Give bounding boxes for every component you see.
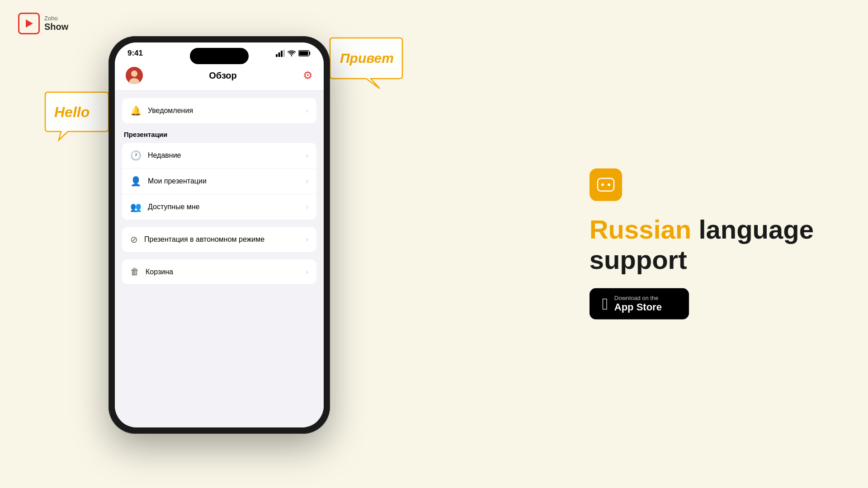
people-icon: 👥	[130, 202, 142, 212]
apple-icon: 	[602, 296, 608, 312]
logo: Zoho Show	[18, 13, 68, 34]
presentations-group: 🕐 Недавние › 👤 Мои презентации ›	[122, 143, 316, 220]
menu-section: 🔔 Уведомления › Презентации 🕐 Недавние	[115, 91, 324, 284]
my-presentations-label: Мои презентации	[148, 177, 207, 185]
trash-icon: 🗑	[130, 267, 139, 277]
trash-label: Корзина	[146, 268, 173, 276]
clock-icon: 🕐	[130, 150, 142, 161]
app-store-button[interactable]:  Download on the App Store	[590, 288, 689, 319]
bubble-hello: Hello	[41, 90, 113, 145]
right-content: Russian language support  Download on t…	[590, 169, 814, 319]
app-store-main-label: App Store	[614, 301, 662, 313]
feature-word2: language	[691, 215, 814, 244]
feature-highlight: Russian	[590, 215, 692, 244]
status-icons	[276, 50, 311, 57]
logo-zoho-label: Zoho	[44, 15, 68, 22]
chevron-right-icon-my: ›	[306, 177, 308, 185]
svg-point-8	[131, 70, 137, 77]
svg-rect-10	[598, 178, 614, 191]
app-store-sub-label: Download on the	[614, 295, 662, 301]
trash-item[interactable]: 🗑 Корзина ›	[122, 259, 316, 284]
svg-rect-2	[278, 52, 280, 57]
logo-show-label: Show	[44, 22, 68, 32]
person-icon: 👤	[130, 176, 142, 187]
logo-text: Zoho Show	[44, 15, 68, 32]
svg-rect-6	[299, 52, 308, 56]
phone-outer: 9:41	[108, 36, 330, 434]
trash-left: 🗑 Корзина	[130, 267, 173, 277]
nav-title: Обзор	[209, 70, 237, 81]
dynamic-island	[190, 48, 249, 64]
chevron-right-icon-offline: ›	[306, 235, 308, 244]
chevron-right-icon-trash: ›	[306, 268, 308, 276]
quote-icon	[590, 169, 622, 201]
recent-item[interactable]: 🕐 Недавние ›	[122, 143, 316, 169]
svg-point-12	[608, 183, 610, 186]
shared-item[interactable]: 👥 Доступные мне ›	[122, 194, 316, 220]
app-nav-bar: Обзор ⚙	[115, 61, 324, 91]
chevron-right-icon: ›	[306, 107, 308, 115]
bubble-privet: Привет	[326, 36, 407, 95]
offline-left: ⊘ Презентация в автономном режиме	[130, 234, 264, 245]
recent-label: Недавние	[148, 151, 181, 160]
my-presentations-item[interactable]: 👤 Мои презентации ›	[122, 169, 316, 194]
offline-item[interactable]: ⊘ Презентация в автономном режиме ›	[122, 227, 316, 252]
shared-label: Доступные мне	[148, 203, 200, 211]
settings-icon[interactable]: ⚙	[303, 69, 313, 82]
battery-icon	[298, 50, 311, 56]
signal-icon	[276, 50, 285, 57]
phone-mockup: 9:41	[108, 36, 335, 443]
chevron-right-icon-recent: ›	[306, 151, 308, 160]
svg-point-11	[601, 183, 604, 186]
phone-screen: 9:41	[115, 42, 324, 427]
logo-icon	[18, 13, 40, 34]
bubble-privet-text: Привет	[340, 51, 394, 66]
notifications-label: Уведомления	[148, 107, 193, 115]
feature-line2: support	[590, 245, 687, 274]
app-content: 🔔 Уведомления › Презентации 🕐 Недавние	[115, 91, 324, 427]
shared-left: 👥 Доступные мне	[130, 202, 200, 212]
user-avatar[interactable]	[126, 67, 143, 84]
svg-rect-4	[283, 50, 285, 57]
my-presentations-left: 👤 Мои презентации	[130, 176, 207, 187]
bubble-hello-text: Hello	[54, 104, 90, 121]
wifi-icon	[288, 50, 296, 56]
feature-title: Russian language support	[590, 215, 814, 275]
recent-left: 🕐 Недавние	[130, 150, 181, 161]
notifications-item[interactable]: 🔔 Уведомления ›	[122, 98, 316, 123]
app-store-text: Download on the App Store	[614, 295, 662, 313]
status-time: 9:41	[127, 49, 143, 58]
bell-icon: 🔔	[130, 105, 142, 116]
presentations-group-label: Презентации	[122, 131, 316, 143]
notifications-left: 🔔 Уведомления	[130, 105, 193, 116]
svg-marker-0	[26, 19, 33, 28]
svg-rect-3	[281, 51, 283, 57]
chevron-right-icon-shared: ›	[306, 203, 308, 211]
svg-rect-1	[276, 54, 278, 57]
offline-icon: ⊘	[130, 234, 138, 245]
offline-label: Презентация в автономном режиме	[144, 235, 264, 244]
